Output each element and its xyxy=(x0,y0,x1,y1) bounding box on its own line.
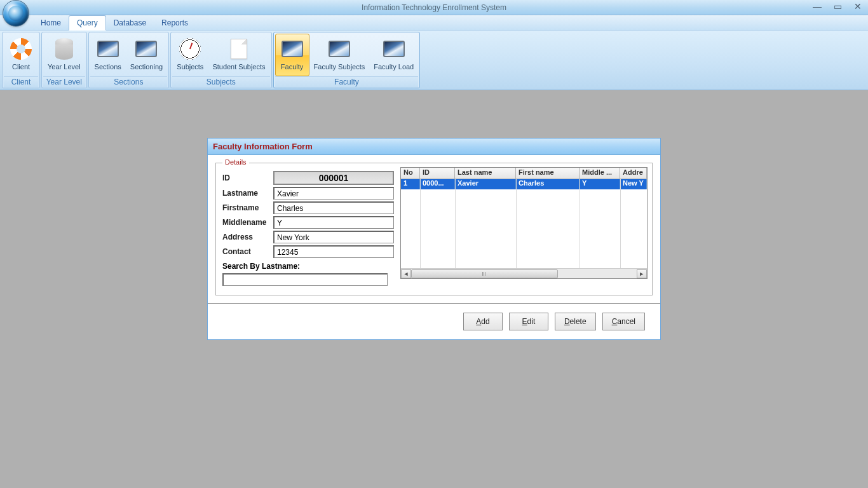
window-title: Information Technology Enrollment System xyxy=(0,3,868,12)
scroll-right-button[interactable]: ► xyxy=(637,269,647,278)
clock-icon xyxy=(177,36,203,62)
minimize-button[interactable]: — xyxy=(812,1,822,11)
database-icon xyxy=(51,36,77,62)
ribbon-faculty-label: Faculty xyxy=(281,63,303,71)
address-input[interactable] xyxy=(273,231,394,243)
ribbon: Client Client Year Level Year Level Sect… xyxy=(0,30,868,90)
ribbon-student-subjects-label: Student Subjects xyxy=(212,63,265,71)
cell-firstname: Charles xyxy=(516,179,580,189)
content-area: Faculty Information Form Details ID 0000… xyxy=(0,90,868,488)
monitor-icon xyxy=(95,36,121,62)
menu-reports[interactable]: Reports xyxy=(154,16,196,30)
cancel-button[interactable]: Cancel xyxy=(602,313,645,330)
cell-no: 1 xyxy=(401,179,420,189)
titlebar: Information Technology Enrollment System… xyxy=(0,0,868,15)
edit-button[interactable]: Edit xyxy=(509,313,548,330)
close-button[interactable]: ✕ xyxy=(853,1,863,11)
ribbon-sectioning-button[interactable]: Sectioning xyxy=(126,34,167,76)
col-firstname[interactable]: First name xyxy=(516,168,580,179)
document-icon xyxy=(226,36,252,62)
ribbon-group-yearlevel-label: Year Level xyxy=(43,76,85,88)
ribbon-sections-button[interactable]: Sections xyxy=(90,34,126,76)
cell-address: New Y xyxy=(620,179,647,189)
col-address[interactable]: Addre xyxy=(620,168,647,179)
contact-input[interactable] xyxy=(273,245,394,258)
table-row[interactable]: 1 0000... Xavier Charles Y New Y xyxy=(401,179,647,189)
col-lastname[interactable]: Last name xyxy=(455,168,516,179)
menubar: Home Query Database Reports xyxy=(0,15,868,30)
lifebuoy-icon xyxy=(8,36,34,62)
lastname-label: Lastname xyxy=(222,189,273,198)
ribbon-subjects-label: Subjects xyxy=(177,63,203,71)
col-no[interactable]: No xyxy=(401,168,420,179)
menu-database[interactable]: Database xyxy=(106,16,154,30)
firstname-label: Firstname xyxy=(222,203,273,212)
ribbon-faculty-button[interactable]: Faculty xyxy=(275,34,309,76)
contact-label: Contact xyxy=(222,247,273,256)
ribbon-group-subjects: Subjects Student Subjects Subjects xyxy=(170,32,271,88)
lastname-input[interactable] xyxy=(273,187,394,200)
ribbon-group-yearlevel: Year Level Year Level xyxy=(41,32,87,88)
ribbon-group-faculty-label: Faculty xyxy=(275,76,419,88)
faculty-form-panel: Faculty Information Form Details ID 0000… xyxy=(207,138,661,340)
ribbon-group-sections: Sections Sectioning Sections xyxy=(88,32,170,88)
monitor-icon xyxy=(327,36,352,62)
menu-home[interactable]: Home xyxy=(33,16,69,30)
ribbon-student-subjects-button[interactable]: Student Subjects xyxy=(208,34,269,76)
ribbon-sections-label: Sections xyxy=(95,63,121,71)
scroll-left-button[interactable]: ◄ xyxy=(401,269,411,278)
ribbon-yearlevel-label: Year Level xyxy=(48,63,81,71)
ribbon-group-client: Client Client xyxy=(2,32,40,88)
ribbon-client-button[interactable]: Client xyxy=(4,34,38,76)
monitor-icon xyxy=(381,36,407,62)
ribbon-subjects-button[interactable]: Subjects xyxy=(172,34,208,76)
address-label: Address xyxy=(222,233,273,241)
ribbon-client-label: Client xyxy=(12,63,30,71)
maximize-button[interactable]: ▭ xyxy=(832,1,843,11)
add-button[interactable]: Add xyxy=(463,313,503,330)
cell-lastname: Xavier xyxy=(455,179,516,189)
ribbon-faculty-subjects-label: Faculty Subjects xyxy=(314,63,365,71)
col-id[interactable]: ID xyxy=(420,168,455,179)
firstname-input[interactable] xyxy=(273,201,394,214)
ribbon-group-client-label: Client xyxy=(4,76,38,88)
delete-button[interactable]: Delete xyxy=(555,313,596,330)
ribbon-group-subjects-label: Subjects xyxy=(172,76,269,88)
table-header: No ID Last name First name Middle ... Ad… xyxy=(401,168,647,179)
ribbon-faculty-load-button[interactable]: Faculty Load xyxy=(369,34,418,76)
scroll-thumb[interactable] xyxy=(411,269,558,278)
app-orb[interactable] xyxy=(3,0,31,28)
ribbon-group-sections-label: Sections xyxy=(90,76,168,88)
id-label: ID xyxy=(222,173,273,182)
ribbon-yearlevel-button[interactable]: Year Level xyxy=(43,34,85,76)
col-middlename[interactable]: Middle ... xyxy=(580,168,620,179)
faculty-table[interactable]: No ID Last name First name Middle ... Ad… xyxy=(400,167,648,279)
app-window: Information Technology Enrollment System… xyxy=(0,0,868,488)
horizontal-scrollbar[interactable]: ◄ ► xyxy=(401,268,647,278)
cell-middlename: Y xyxy=(580,179,620,189)
menu-query[interactable]: Query xyxy=(69,15,106,30)
form-title: Faculty Information Form xyxy=(208,139,660,155)
search-input[interactable] xyxy=(222,273,388,286)
middlename-label: Middlename xyxy=(222,218,273,227)
id-display: 000001 xyxy=(273,171,394,185)
search-label: Search By Lastname: xyxy=(222,262,394,271)
monitor-icon xyxy=(133,36,159,62)
details-legend: Details xyxy=(222,158,249,166)
ribbon-group-faculty: Faculty Faculty Subjects Faculty Load Fa… xyxy=(273,32,421,88)
cell-id: 0000... xyxy=(420,179,455,189)
middlename-input[interactable] xyxy=(273,216,394,229)
monitor-icon xyxy=(280,36,305,62)
ribbon-faculty-subjects-button[interactable]: Faculty Subjects xyxy=(309,34,370,76)
button-bar: Add Edit Delete Cancel xyxy=(208,303,660,339)
ribbon-sectioning-label: Sectioning xyxy=(130,63,163,71)
ribbon-faculty-load-label: Faculty Load xyxy=(374,63,414,71)
